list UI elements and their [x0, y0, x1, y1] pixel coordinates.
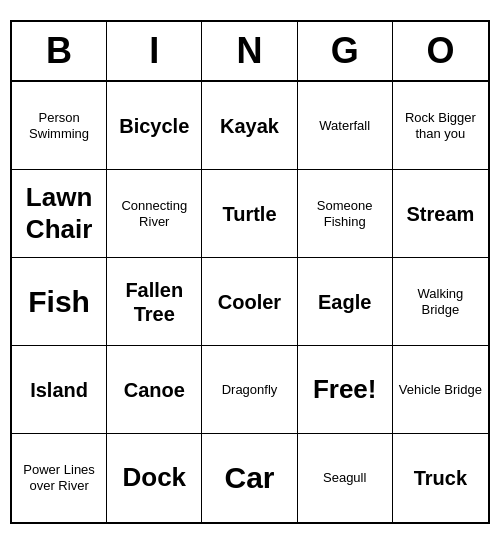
bingo-cell-12: Cooler — [202, 258, 297, 346]
cell-text-17: Dragonfly — [222, 382, 278, 398]
cell-text-6: Connecting River — [113, 198, 195, 229]
cell-text-24: Truck — [414, 466, 467, 490]
header-letter-b: B — [12, 22, 107, 80]
cell-text-18: Free! — [313, 374, 377, 405]
cell-text-16: Canoe — [124, 378, 185, 402]
bingo-cell-1: Bicycle — [107, 82, 202, 170]
header-letter-g: G — [298, 22, 393, 80]
cell-text-7: Turtle — [222, 202, 276, 226]
bingo-cell-6: Connecting River — [107, 170, 202, 258]
bingo-cell-3: Waterfall — [298, 82, 393, 170]
cell-text-11: Fallen Tree — [113, 278, 195, 326]
bingo-cell-14: Walking Bridge — [393, 258, 488, 346]
bingo-cell-16: Canoe — [107, 346, 202, 434]
cell-text-20: Power Lines over River — [18, 462, 100, 493]
cell-text-12: Cooler — [218, 290, 281, 314]
cell-text-10: Fish — [28, 284, 90, 320]
cell-text-23: Seagull — [323, 470, 366, 486]
cell-text-21: Dock — [123, 462, 187, 493]
cell-text-8: Someone Fishing — [304, 198, 386, 229]
bingo-card: BINGO Person SwimmingBicycleKayakWaterfa… — [10, 20, 490, 524]
bingo-cell-5: Lawn Chair — [12, 170, 107, 258]
cell-text-5: Lawn Chair — [18, 182, 100, 244]
header-letter-i: I — [107, 22, 202, 80]
bingo-cell-18: Free! — [298, 346, 393, 434]
bingo-cell-24: Truck — [393, 434, 488, 522]
bingo-cell-21: Dock — [107, 434, 202, 522]
bingo-grid: Person SwimmingBicycleKayakWaterfallRock… — [12, 82, 488, 522]
cell-text-1: Bicycle — [119, 114, 189, 138]
cell-text-19: Vehicle Bridge — [399, 382, 482, 398]
bingo-cell-9: Stream — [393, 170, 488, 258]
cell-text-2: Kayak — [220, 114, 279, 138]
bingo-cell-17: Dragonfly — [202, 346, 297, 434]
bingo-cell-22: Car — [202, 434, 297, 522]
bingo-cell-19: Vehicle Bridge — [393, 346, 488, 434]
bingo-cell-8: Someone Fishing — [298, 170, 393, 258]
bingo-header: BINGO — [12, 22, 488, 82]
cell-text-13: Eagle — [318, 290, 371, 314]
bingo-cell-0: Person Swimming — [12, 82, 107, 170]
bingo-cell-4: Rock Bigger than you — [393, 82, 488, 170]
cell-text-14: Walking Bridge — [399, 286, 482, 317]
cell-text-0: Person Swimming — [18, 110, 100, 141]
cell-text-4: Rock Bigger than you — [399, 110, 482, 141]
bingo-cell-20: Power Lines over River — [12, 434, 107, 522]
bingo-cell-7: Turtle — [202, 170, 297, 258]
bingo-cell-15: Island — [12, 346, 107, 434]
cell-text-9: Stream — [406, 202, 474, 226]
bingo-cell-2: Kayak — [202, 82, 297, 170]
bingo-cell-23: Seagull — [298, 434, 393, 522]
cell-text-22: Car — [224, 460, 274, 496]
bingo-cell-13: Eagle — [298, 258, 393, 346]
bingo-cell-11: Fallen Tree — [107, 258, 202, 346]
header-letter-o: O — [393, 22, 488, 80]
bingo-cell-10: Fish — [12, 258, 107, 346]
cell-text-3: Waterfall — [319, 118, 370, 134]
header-letter-n: N — [202, 22, 297, 80]
cell-text-15: Island — [30, 378, 88, 402]
